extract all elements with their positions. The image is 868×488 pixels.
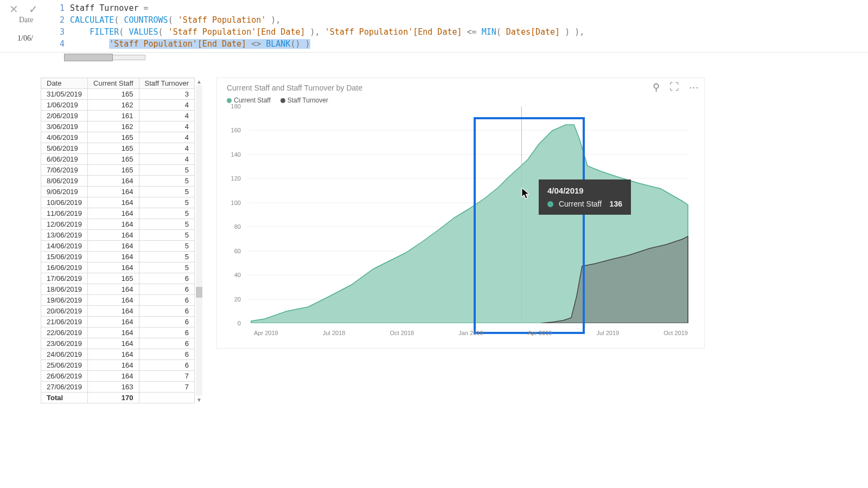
formula-editor[interactable]: Staff Turnover = CALCULATE( COUNTROWS( '…	[70, 2, 584, 50]
table-row[interactable]: 8/06/20191645	[41, 176, 195, 187]
table-row[interactable]: 18/06/20191646	[41, 284, 195, 295]
scroll-down-icon[interactable]: ▼	[196, 396, 202, 403]
table-row[interactable]: 27/06/20191637	[41, 382, 195, 393]
table-vscroll[interactable]: ▲ ▼	[196, 78, 202, 403]
chart-plot-area[interactable]: 020406080100120140160180	[227, 106, 693, 339]
tooltip-value: 136	[610, 200, 622, 208]
scroll-thumb[interactable]	[196, 287, 202, 298]
table-row[interactable]: 1/06/20191624	[41, 100, 195, 111]
tooltip-series-dot	[547, 201, 553, 207]
table-row[interactable]: 24/06/20191646	[41, 349, 195, 360]
table-row[interactable]: 4/06/20191654	[41, 132, 195, 143]
table-row[interactable]: 17/06/20191656	[41, 273, 195, 284]
table-row[interactable]: 10/06/20191645	[41, 197, 195, 208]
row-value: 1/06/	[17, 33, 33, 44]
table-row[interactable]: 15/06/20191645	[41, 252, 195, 262]
legend-dot-current-staff	[227, 98, 232, 103]
table-row[interactable]: 2/06/20191614	[41, 111, 195, 121]
tooltip-series-name: Current Staff	[559, 200, 602, 208]
chart-title: Current Staff and Staff Turnover by Date	[227, 84, 694, 92]
scroll-up-icon[interactable]: ▲	[196, 78, 202, 85]
chart-legend: Current Staff Staff Turnover	[227, 97, 694, 104]
formula-bar: ✕ ✓ Date 1/06/ 1234 Staff Turnover = CAL…	[0, 0, 868, 53]
cancel-icon[interactable]: ✕	[8, 3, 20, 15]
confirm-icon[interactable]: ✓	[27, 3, 39, 15]
table-row[interactable]: 26/06/20191647	[41, 371, 195, 382]
table-row[interactable]: 23/06/20191646	[41, 338, 195, 349]
more-options-icon[interactable]: ⋯	[689, 81, 699, 93]
table-row[interactable]: 12/06/20191645	[41, 219, 195, 230]
table-row[interactable]: 7/06/20191655	[41, 165, 195, 176]
formula-line-gutter: Date 1/06/ 1234	[43, 2, 70, 50]
table-row[interactable]: 3/06/20191624	[41, 121, 195, 132]
table-row[interactable]: 9/06/20191645	[41, 187, 195, 197]
x-axis: Apr 2018Jul 2018Oct 2018Jan 2019Apr 2019…	[248, 330, 693, 336]
table-visual[interactable]: DateCurrent StaffStaff Turnover 31/05/20…	[41, 78, 195, 403]
legend-dot-staff-turnover	[280, 98, 285, 103]
tooltip-date: 4/04/2019	[547, 186, 622, 195]
hover-guideline	[521, 106, 522, 323]
focus-mode-icon[interactable]: ⛶	[669, 81, 679, 93]
table-row[interactable]: 31/05/20191653	[41, 89, 195, 100]
table-row[interactable]: 5/06/20191654	[41, 143, 195, 154]
table-header[interactable]: Staff Turnover	[139, 78, 194, 89]
chart-tooltip: 4/04/2019 Current Staff 136	[539, 179, 631, 215]
formula-hscroll[interactable]	[64, 54, 145, 61]
table-row[interactable]: 21/06/20191646	[41, 317, 195, 328]
table-row[interactable]: 25/06/20191646	[41, 360, 195, 371]
table-row[interactable]: 19/06/20191646	[41, 295, 195, 306]
table-row[interactable]: 16/06/20191645	[41, 262, 195, 273]
table-header[interactable]: Current Staff	[88, 78, 139, 89]
table-total-row: Total 170	[41, 393, 195, 403]
table-header[interactable]: Date	[41, 78, 88, 89]
filter-icon[interactable]: ⚲	[653, 81, 660, 93]
table-row[interactable]: 14/06/20191645	[41, 241, 195, 252]
table-row[interactable]: 11/06/20191645	[41, 208, 195, 219]
row-label: Date	[19, 14, 33, 26]
table-row[interactable]: 22/06/20191646	[41, 328, 195, 338]
table-row[interactable]: 20/06/20191646	[41, 306, 195, 317]
table-row[interactable]: 6/06/20191654	[41, 154, 195, 165]
mouse-cursor-icon	[521, 188, 532, 198]
table-row[interactable]: 13/06/20191645	[41, 230, 195, 241]
chart-visual[interactable]: Current Staff and Staff Turnover by Date…	[216, 78, 705, 349]
